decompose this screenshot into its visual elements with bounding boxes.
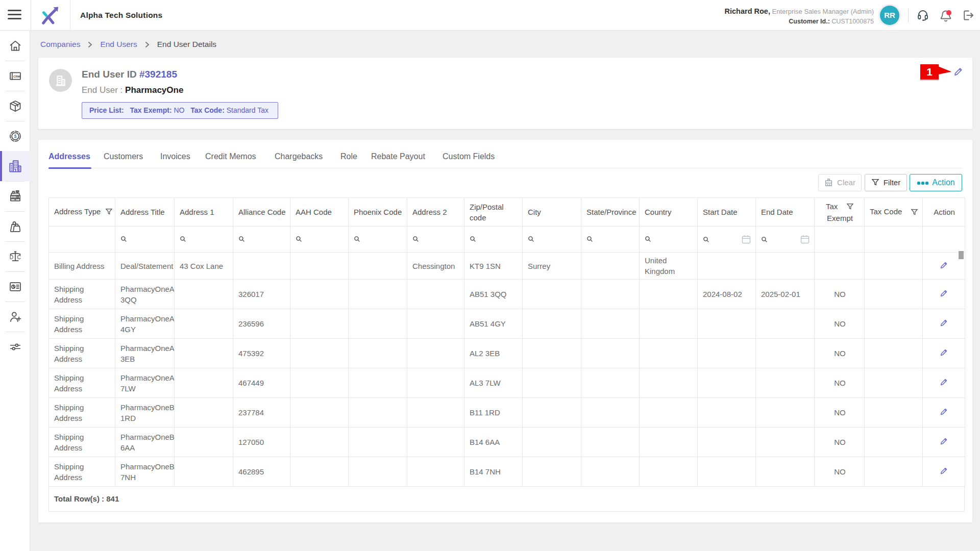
svg-text:C: C xyxy=(17,255,21,260)
svg-text:D: D xyxy=(10,255,13,260)
svg-text:$: $ xyxy=(14,134,16,139)
svg-text:CRM: CRM xyxy=(13,75,20,78)
